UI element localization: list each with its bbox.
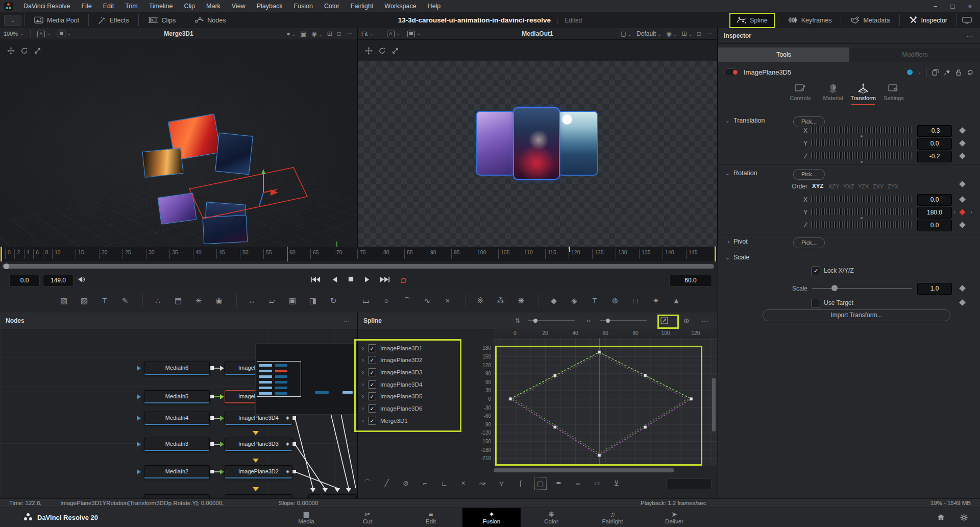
wheels-icon[interactable]: ◉ ⌄ — [309, 30, 324, 37]
out-point-field[interactable]: 149.0 — [43, 275, 74, 286]
lock-xyz-checkbox[interactable]: ✓ — [812, 267, 820, 275]
tool-background-icon[interactable]: ▧ — [58, 295, 70, 307]
next-keyframe-icon[interactable]: › — [970, 209, 972, 215]
tool-image-plane-3d-icon[interactable]: ◆ — [548, 295, 560, 307]
order-yzx[interactable]: YZX — [858, 183, 869, 189]
play-button[interactable] — [364, 276, 370, 283]
horizontal-zoom-icon[interactable]: ‹› — [586, 317, 591, 324]
expand-chevron-icon[interactable]: › — [358, 393, 364, 400]
tool-fast-noise-icon[interactable]: ▨ — [78, 295, 90, 307]
spline-tool-flat-icon[interactable]: ⊘ — [400, 477, 411, 489]
order-xyz[interactable]: XYZ — [812, 183, 823, 189]
menu-view[interactable]: View — [226, 1, 251, 12]
visibility-checkbox[interactable]: ✓ — [368, 392, 376, 400]
inspector-button[interactable]: Inspector — [903, 12, 953, 28]
visibility-checkbox[interactable]: ✓ — [368, 417, 376, 425]
menu-app[interactable]: DaVinci Resolve — [18, 1, 76, 12]
grid-icon[interactable]: ⊞ ⌄ — [680, 30, 694, 37]
tool-ellipse-mask-icon[interactable]: ○ — [380, 295, 393, 307]
viewer-menu-icon[interactable]: ⋯ — [704, 30, 714, 37]
node-mediain2[interactable]: MediaIn2 — [144, 465, 210, 478]
spline-tool-loop-icon[interactable]: ↝ — [477, 477, 488, 489]
expand-chevron-icon[interactable]: › — [358, 381, 364, 388]
wheels-icon[interactable]: ◉ ⌄ — [664, 30, 679, 37]
panel-toggle-icon[interactable] — [960, 17, 974, 23]
goto-end-button[interactable] — [380, 276, 390, 283]
scrollbar-knob[interactable] — [4, 264, 9, 269]
order-zyx[interactable]: ZYX — [888, 183, 898, 189]
reset-icon[interactable] — [967, 69, 973, 76]
viewer-menu-icon[interactable]: ⋯ — [344, 30, 354, 37]
subtab-settings[interactable]: Settings — [879, 83, 909, 101]
rotate-icon[interactable] — [20, 47, 28, 55]
tool-particle-render-icon[interactable]: ❋ — [515, 295, 527, 307]
carousel-card-center[interactable] — [513, 107, 560, 180]
loop-button[interactable] — [399, 276, 408, 284]
tool-particle-emitter-icon[interactable]: ※ — [474, 295, 486, 307]
tool-spot-light-icon[interactable]: ✦ — [650, 295, 662, 307]
keyframes-button[interactable]: Keyframes — [781, 12, 838, 28]
frame-rate-field[interactable]: 60.0 — [669, 275, 712, 286]
close-button[interactable]: × — [968, 1, 972, 12]
tool-blur-icon[interactable]: ∴ — [152, 295, 164, 307]
grid-icon[interactable]: ⊞ — [325, 30, 334, 37]
visibility-checkbox[interactable]: ✓ — [368, 404, 376, 413]
tool-particle-images-icon[interactable]: ⁂ — [495, 295, 507, 307]
visibility-checkbox[interactable]: ✓ — [368, 356, 376, 364]
pivot-collapse-icon[interactable]: ⌄ — [725, 239, 730, 244]
prev-keyframe-icon[interactable]: ‹ — [953, 209, 955, 215]
pin-icon[interactable] — [944, 69, 950, 76]
node-mediain5[interactable]: MediaIn5 — [144, 390, 210, 403]
fit-select[interactable]: Fit⌄ — [358, 31, 377, 37]
horizontal-zoom-slider[interactable] — [600, 320, 647, 321]
translation-z-value[interactable]: -0.2 — [917, 151, 952, 162]
expand-chevron-icon[interactable]: › — [358, 405, 364, 412]
step-back-button[interactable] — [332, 276, 337, 283]
translation-x-keyframe-icon[interactable] — [959, 127, 966, 134]
spline-v-scrollbar[interactable] — [712, 378, 716, 432]
spline-list-item-imageplane3d3[interactable]: ›✓ImagePlane3D3 — [358, 367, 480, 377]
vertical-zoom-slider[interactable] — [528, 320, 575, 321]
timeline-ruler[interactable]: 0246810152025303540455055606570758085909… — [0, 247, 717, 262]
menu-color[interactable]: Color — [318, 1, 345, 12]
spline-tool-smooth-icon[interactable]: ⌒ — [362, 477, 373, 489]
order-yxz[interactable]: YXZ — [843, 183, 854, 189]
import-transform-button[interactable]: Import Transform... — [763, 309, 950, 321]
in-point-field[interactable]: 0.0 — [9, 275, 40, 286]
page-tab-media[interactable]: ▦Media — [277, 508, 335, 527]
transparency-checkerboard[interactable] — [358, 61, 717, 247]
menu-file[interactable]: File — [76, 1, 97, 12]
tool-merge-3d-icon[interactable]: ⊕ — [609, 295, 621, 307]
fill-select[interactable]: ⌄ — [404, 31, 424, 37]
page-tab-edit[interactable]: ≡Edit — [402, 508, 460, 527]
tool-transform-icon[interactable]: ↔ — [246, 295, 258, 307]
compare-icon[interactable]: ▣ — [299, 30, 308, 37]
rotation-y-keyframe-icon[interactable] — [959, 209, 966, 215]
scale-icon[interactable] — [34, 47, 41, 55]
translation-y-value[interactable]: 0.0 — [917, 138, 952, 150]
fill-select[interactable]: ⌄ — [54, 31, 75, 37]
media-pool-button[interactable]: Media Pool — [28, 12, 85, 28]
roi-icon[interactable]: ▢ ⌄ — [619, 30, 633, 37]
node-graph-canvas[interactable]: MediaIn6MediaIn5MediaIn4MediaIn3MediaIn2… — [0, 329, 357, 498]
use-target-checkbox[interactable]: ✓ — [812, 299, 820, 307]
node-color-chevron[interactable]: ⌄ — [918, 70, 921, 75]
spline-list-item-merge3d1[interactable]: ›✓Merge3D1 — [358, 415, 480, 426]
page-tab-color[interactable]: ❋Color — [522, 508, 580, 527]
metadata-button[interactable]: Metadata — [844, 12, 896, 28]
tool-shape-3d-icon[interactable]: ◈ — [568, 295, 580, 307]
spline-menu-icon[interactable]: ⋯ — [701, 317, 708, 325]
expand-chevron-icon[interactable]: › — [358, 345, 364, 352]
tool-film-grain-icon[interactable]: ▤ — [172, 295, 184, 307]
tool-matte-control-icon[interactable]: ◨ — [307, 295, 319, 307]
menu-help[interactable]: Help — [422, 1, 447, 12]
menu-clip[interactable]: Clip — [179, 1, 201, 12]
spline-tool-ease-icon[interactable]: ∫ — [515, 477, 526, 489]
clips-button[interactable]: Clips — [142, 12, 182, 28]
zoom-fit-icon[interactable] — [660, 317, 668, 324]
visibility-checkbox[interactable]: ✓ — [368, 380, 376, 389]
maximize-button[interactable]: □ — [951, 1, 955, 12]
spline-tool-time-stretch-icon[interactable]: ⇔ — [573, 477, 584, 489]
spline-tool-step-in-icon[interactable]: ⌐ — [420, 477, 431, 489]
menu-workspace[interactable]: Workspace — [379, 1, 422, 12]
